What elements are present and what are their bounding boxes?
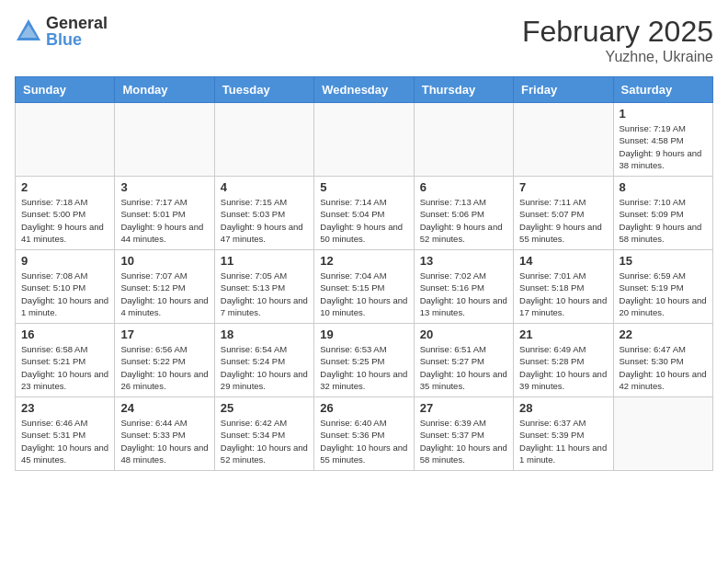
table-row: 3Sunrise: 7:17 AM Sunset: 5:01 PM Daylig… bbox=[115, 177, 214, 250]
day-info: Sunrise: 6:47 AM Sunset: 5:30 PM Dayligh… bbox=[620, 343, 707, 392]
day-number: 6 bbox=[420, 180, 507, 194]
day-number: 3 bbox=[120, 180, 208, 194]
day-info: Sunrise: 6:56 AM Sunset: 5:22 PM Dayligh… bbox=[120, 343, 208, 392]
calendar-week-row: 23Sunrise: 6:46 AM Sunset: 5:31 PM Dayli… bbox=[16, 397, 713, 471]
col-monday: Monday bbox=[115, 77, 214, 103]
table-row: 12Sunrise: 7:04 AM Sunset: 5:15 PM Dayli… bbox=[314, 250, 414, 324]
col-sunday: Sunday bbox=[16, 77, 115, 103]
day-info: Sunrise: 7:10 AM Sunset: 5:09 PM Dayligh… bbox=[620, 196, 707, 245]
day-number: 5 bbox=[320, 180, 407, 194]
day-number: 27 bbox=[420, 401, 507, 415]
table-row bbox=[16, 103, 115, 177]
table-row bbox=[314, 103, 414, 177]
day-info: Sunrise: 6:42 AM Sunset: 5:34 PM Dayligh… bbox=[221, 417, 308, 465]
col-wednesday: Wednesday bbox=[314, 77, 414, 103]
table-row: 17Sunrise: 6:56 AM Sunset: 5:22 PM Dayli… bbox=[115, 324, 214, 397]
day-info: Sunrise: 7:19 AM Sunset: 4:58 PM Dayligh… bbox=[620, 122, 707, 171]
day-number: 14 bbox=[519, 254, 607, 268]
logo-icon bbox=[15, 17, 42, 45]
day-info: Sunrise: 7:18 AM Sunset: 5:00 PM Dayligh… bbox=[21, 196, 108, 245]
day-info: Sunrise: 6:46 AM Sunset: 5:31 PM Dayligh… bbox=[21, 417, 108, 465]
table-row: 18Sunrise: 6:54 AM Sunset: 5:24 PM Dayli… bbox=[214, 324, 313, 397]
calendar-week-row: 1Sunrise: 7:19 AM Sunset: 4:58 PM Daylig… bbox=[16, 103, 713, 177]
day-number: 18 bbox=[221, 327, 308, 341]
table-row: 2Sunrise: 7:18 AM Sunset: 5:00 PM Daylig… bbox=[16, 177, 115, 250]
day-info: Sunrise: 6:59 AM Sunset: 5:19 PM Dayligh… bbox=[620, 270, 707, 318]
calendar-table: Sunday Monday Tuesday Wednesday Thursday… bbox=[15, 76, 713, 471]
table-row: 25Sunrise: 6:42 AM Sunset: 5:34 PM Dayli… bbox=[214, 397, 313, 471]
table-row: 13Sunrise: 7:02 AM Sunset: 5:16 PM Dayli… bbox=[414, 250, 513, 324]
day-number: 26 bbox=[320, 401, 407, 415]
table-row: 8Sunrise: 7:10 AM Sunset: 5:09 PM Daylig… bbox=[613, 177, 712, 250]
day-number: 25 bbox=[221, 401, 308, 415]
title-section: February 2025 Yuzhne, Ukraine bbox=[522, 15, 713, 65]
day-number: 12 bbox=[320, 254, 407, 268]
day-info: Sunrise: 7:01 AM Sunset: 5:18 PM Dayligh… bbox=[519, 270, 607, 318]
day-number: 11 bbox=[221, 254, 308, 268]
day-number: 28 bbox=[519, 401, 607, 415]
day-number: 7 bbox=[519, 180, 607, 194]
calendar-week-row: 16Sunrise: 6:58 AM Sunset: 5:21 PM Dayli… bbox=[16, 324, 713, 397]
day-number: 19 bbox=[320, 327, 407, 341]
day-info: Sunrise: 6:53 AM Sunset: 5:25 PM Dayligh… bbox=[320, 343, 407, 392]
col-thursday: Thursday bbox=[414, 77, 513, 103]
logo-general-text: General bbox=[46, 15, 108, 31]
table-row: 20Sunrise: 6:51 AM Sunset: 5:27 PM Dayli… bbox=[414, 324, 513, 397]
day-number: 16 bbox=[21, 327, 108, 341]
day-info: Sunrise: 7:17 AM Sunset: 5:01 PM Dayligh… bbox=[120, 196, 208, 245]
table-row: 22Sunrise: 6:47 AM Sunset: 5:30 PM Dayli… bbox=[613, 324, 712, 397]
table-row bbox=[514, 103, 613, 177]
table-row: 1Sunrise: 7:19 AM Sunset: 4:58 PM Daylig… bbox=[613, 103, 712, 177]
table-row: 26Sunrise: 6:40 AM Sunset: 5:36 PM Dayli… bbox=[314, 397, 414, 471]
day-number: 20 bbox=[420, 327, 507, 341]
table-row: 4Sunrise: 7:15 AM Sunset: 5:03 PM Daylig… bbox=[214, 177, 313, 250]
day-number: 15 bbox=[620, 254, 707, 268]
day-info: Sunrise: 7:08 AM Sunset: 5:10 PM Dayligh… bbox=[21, 270, 108, 318]
day-info: Sunrise: 7:15 AM Sunset: 5:03 PM Dayligh… bbox=[221, 196, 308, 245]
col-tuesday: Tuesday bbox=[214, 77, 313, 103]
table-row: 24Sunrise: 6:44 AM Sunset: 5:33 PM Dayli… bbox=[115, 397, 214, 471]
day-info: Sunrise: 6:49 AM Sunset: 5:28 PM Dayligh… bbox=[519, 343, 607, 392]
day-number: 22 bbox=[620, 327, 707, 341]
table-row: 16Sunrise: 6:58 AM Sunset: 5:21 PM Dayli… bbox=[16, 324, 115, 397]
table-row bbox=[115, 103, 214, 177]
day-info: Sunrise: 7:02 AM Sunset: 5:16 PM Dayligh… bbox=[420, 270, 507, 318]
page-header: General Blue February 2025 Yuzhne, Ukrai… bbox=[15, 15, 713, 65]
location-subtitle: Yuzhne, Ukraine bbox=[522, 49, 713, 65]
day-info: Sunrise: 6:37 AM Sunset: 5:39 PM Dayligh… bbox=[519, 417, 607, 465]
logo: General Blue bbox=[15, 15, 108, 48]
calendar-week-row: 9Sunrise: 7:08 AM Sunset: 5:10 PM Daylig… bbox=[16, 250, 713, 324]
table-row bbox=[214, 103, 313, 177]
table-row: 21Sunrise: 6:49 AM Sunset: 5:28 PM Dayli… bbox=[514, 324, 613, 397]
day-info: Sunrise: 6:58 AM Sunset: 5:21 PM Dayligh… bbox=[21, 343, 108, 392]
day-number: 23 bbox=[21, 401, 108, 415]
day-number: 2 bbox=[21, 180, 108, 194]
table-row: 14Sunrise: 7:01 AM Sunset: 5:18 PM Dayli… bbox=[514, 250, 613, 324]
table-row: 27Sunrise: 6:39 AM Sunset: 5:37 PM Dayli… bbox=[414, 397, 513, 471]
table-row bbox=[414, 103, 513, 177]
logo-blue-text: Blue bbox=[46, 31, 108, 48]
day-info: Sunrise: 6:54 AM Sunset: 5:24 PM Dayligh… bbox=[221, 343, 308, 392]
day-info: Sunrise: 6:51 AM Sunset: 5:27 PM Dayligh… bbox=[420, 343, 507, 392]
table-row: 9Sunrise: 7:08 AM Sunset: 5:10 PM Daylig… bbox=[16, 250, 115, 324]
day-info: Sunrise: 7:11 AM Sunset: 5:07 PM Dayligh… bbox=[519, 196, 607, 245]
col-saturday: Saturday bbox=[613, 77, 712, 103]
col-friday: Friday bbox=[514, 77, 613, 103]
calendar-week-row: 2Sunrise: 7:18 AM Sunset: 5:00 PM Daylig… bbox=[16, 177, 713, 250]
day-info: Sunrise: 7:04 AM Sunset: 5:15 PM Dayligh… bbox=[320, 270, 407, 318]
day-info: Sunrise: 6:44 AM Sunset: 5:33 PM Dayligh… bbox=[120, 417, 208, 465]
table-row: 15Sunrise: 6:59 AM Sunset: 5:19 PM Dayli… bbox=[613, 250, 712, 324]
day-number: 8 bbox=[620, 180, 707, 194]
day-number: 17 bbox=[120, 327, 208, 341]
table-row: 5Sunrise: 7:14 AM Sunset: 5:04 PM Daylig… bbox=[314, 177, 414, 250]
table-row: 7Sunrise: 7:11 AM Sunset: 5:07 PM Daylig… bbox=[514, 177, 613, 250]
table-row bbox=[613, 397, 712, 471]
table-row: 23Sunrise: 6:46 AM Sunset: 5:31 PM Dayli… bbox=[16, 397, 115, 471]
table-row: 28Sunrise: 6:37 AM Sunset: 5:39 PM Dayli… bbox=[514, 397, 613, 471]
day-info: Sunrise: 7:13 AM Sunset: 5:06 PM Dayligh… bbox=[420, 196, 507, 245]
day-number: 1 bbox=[620, 107, 707, 121]
day-number: 4 bbox=[221, 180, 308, 194]
day-number: 21 bbox=[519, 327, 607, 341]
calendar-header-row: Sunday Monday Tuesday Wednesday Thursday… bbox=[16, 77, 713, 103]
day-info: Sunrise: 7:05 AM Sunset: 5:13 PM Dayligh… bbox=[221, 270, 308, 318]
